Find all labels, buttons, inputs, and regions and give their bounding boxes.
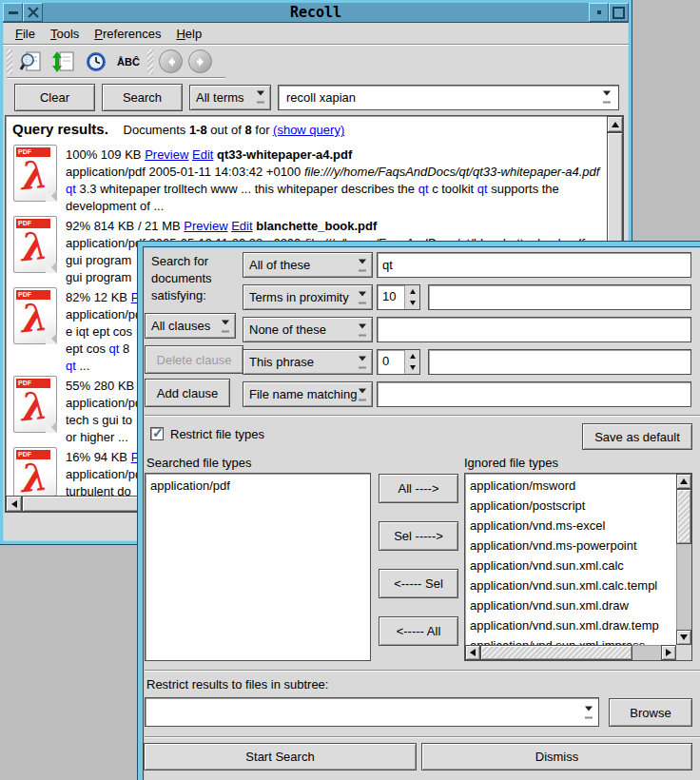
window-menu-icon bbox=[9, 11, 18, 14]
file-type-item[interactable]: application/vnd.sun.xml.calc bbox=[470, 556, 674, 575]
document-history-icon[interactable] bbox=[83, 49, 109, 74]
chevron-down-icon bbox=[219, 320, 232, 332]
text-segment: application/pdf bbox=[66, 307, 146, 322]
restrict-file-types-checkbox[interactable]: ✓ bbox=[150, 427, 164, 440]
add-clause-button[interactable]: Add clause bbox=[145, 379, 230, 407]
pdf-fold-corner bbox=[46, 190, 57, 202]
clause-type-combo[interactable]: File name matching bbox=[243, 381, 373, 407]
shade-button[interactable] bbox=[589, 3, 609, 22]
result-row: PDFλ100% 109 KB Preview Edit qt33-whitep… bbox=[10, 145, 606, 215]
chevron-triangle bbox=[359, 388, 366, 397]
clause-type-combo[interactable]: Terms in proximity bbox=[243, 284, 373, 310]
pdf-icon: PDFλ bbox=[13, 145, 57, 202]
menu-help[interactable]: Help bbox=[169, 25, 208, 43]
search-entry-combo[interactable] bbox=[278, 85, 619, 110]
vscroll-thumb[interactable] bbox=[676, 489, 691, 544]
pdf-fold-corner bbox=[46, 333, 57, 344]
ignored-types-label: Ignored file types bbox=[464, 455, 558, 472]
clause-value-input[interactable] bbox=[377, 252, 691, 278]
file-type-item[interactable]: application/pdf bbox=[150, 476, 370, 496]
proximity-spinner[interactable]: 0 bbox=[377, 349, 420, 375]
subtree-input[interactable] bbox=[149, 702, 575, 718]
term-explorer-icon[interactable]: ÅBĈ bbox=[115, 49, 142, 74]
browse-button[interactable]: Browse bbox=[609, 698, 692, 727]
file-type-item[interactable]: application/vnd.ms-powerpoint bbox=[470, 536, 674, 556]
menu-file[interactable]: File bbox=[9, 25, 42, 43]
toolbar-handle-2[interactable] bbox=[147, 49, 153, 74]
file-type-item[interactable]: application/postscript bbox=[470, 496, 674, 516]
forward-icon[interactable] bbox=[188, 49, 212, 73]
ignored-vscrollbar[interactable] bbox=[676, 474, 691, 645]
chevron-down-icon bbox=[356, 259, 369, 271]
advanced-search-icon[interactable] bbox=[18, 49, 45, 74]
toolbar-handle[interactable] bbox=[7, 49, 12, 74]
chevron-bar bbox=[359, 399, 366, 400]
spin-up-icon[interactable] bbox=[405, 285, 419, 298]
scroll-down-icon[interactable] bbox=[676, 630, 691, 645]
advanced-search-dialog: Search for documents satisfying: All of … bbox=[138, 242, 700, 780]
result-link[interactable]: Edit bbox=[231, 219, 252, 233]
clause-type-combo[interactable]: None of these bbox=[243, 317, 373, 342]
clause-value-input[interactable] bbox=[428, 349, 691, 375]
result-link[interactable]: Preview bbox=[184, 219, 227, 233]
searched-types-list[interactable]: application/pdf bbox=[145, 473, 371, 661]
scroll-left-icon[interactable] bbox=[6, 496, 22, 512]
search-input[interactable] bbox=[284, 89, 618, 106]
search-bar: Clear Search All terms bbox=[3, 81, 629, 113]
result-line: 100% 109 KB Preview Edit qt33-whitepaper… bbox=[66, 146, 599, 164]
move-all-left-button[interactable]: <----- All bbox=[379, 616, 458, 646]
dismiss-button[interactable]: Dismiss bbox=[421, 743, 692, 770]
spin-down-icon[interactable] bbox=[405, 362, 419, 375]
window-menu-button[interactable] bbox=[3, 3, 23, 22]
ignored-types-list[interactable]: application/mswordapplication/postscript… bbox=[464, 473, 692, 661]
pdf-fold-corner bbox=[46, 421, 57, 433]
scroll-right-icon[interactable] bbox=[661, 645, 676, 660]
clause-value-input[interactable] bbox=[428, 284, 691, 310]
clause-type-combo[interactable]: This phrase bbox=[243, 349, 373, 375]
menu-preferences[interactable]: Preferences bbox=[88, 25, 167, 43]
clause-conjunct-combo[interactable]: All clauses bbox=[145, 313, 236, 339]
scroll-up-icon[interactable] bbox=[676, 474, 691, 489]
close-button[interactable] bbox=[23, 3, 43, 22]
file-type-item[interactable]: application/vnd.sun.xml.draw bbox=[470, 595, 674, 615]
file-type-item[interactable]: application/vnd.ms-excel bbox=[470, 516, 674, 536]
scroll-left-icon[interactable] bbox=[465, 645, 480, 660]
start-search-button[interactable]: Start Search bbox=[144, 743, 417, 770]
pdf-glyph: λ bbox=[16, 454, 55, 496]
spin-up-icon[interactable] bbox=[405, 350, 419, 362]
clear-button[interactable]: Clear bbox=[14, 84, 95, 111]
chevron-bar bbox=[359, 269, 366, 271]
text-segment: 8 bbox=[244, 123, 251, 137]
result-link[interactable]: Edit bbox=[192, 147, 213, 162]
chevron-down-icon bbox=[356, 388, 369, 400]
text-segment: Documents bbox=[124, 123, 189, 137]
menu-tools[interactable]: Tools bbox=[44, 25, 86, 43]
clause-type-combo[interactable]: All of these bbox=[243, 252, 373, 278]
file-type-item[interactable]: application/msword bbox=[470, 476, 674, 496]
move-all-right-button[interactable]: All ----> bbox=[379, 474, 458, 503]
save-as-default-button[interactable]: Save as default bbox=[582, 423, 692, 450]
spinner-buttons bbox=[404, 350, 419, 374]
titlebar[interactable]: Recoll bbox=[3, 3, 629, 23]
result-link[interactable]: (show query) bbox=[273, 123, 344, 137]
scroll-up-icon[interactable] bbox=[607, 116, 623, 132]
ignored-hscrollbar[interactable] bbox=[465, 645, 676, 660]
proximity-spinner[interactable]: 10 bbox=[377, 284, 420, 310]
search-button[interactable]: Search bbox=[102, 84, 183, 111]
move-selected-left-button[interactable]: <----- Sel bbox=[379, 569, 458, 598]
back-icon[interactable] bbox=[159, 49, 183, 73]
spin-down-icon[interactable] bbox=[405, 298, 419, 310]
subtree-combo[interactable] bbox=[145, 697, 599, 727]
file-type-item[interactable]: application/vnd.sun.xml.draw.temp bbox=[470, 615, 674, 635]
clause-value-input[interactable] bbox=[377, 381, 691, 407]
sort-parameters-icon[interactable] bbox=[50, 49, 77, 74]
maximize-button[interactable] bbox=[609, 3, 629, 22]
result-link[interactable]: Preview bbox=[145, 147, 188, 162]
search-mode-combo[interactable]: All terms bbox=[189, 85, 271, 110]
move-selected-right-button[interactable]: Sel -----> bbox=[379, 521, 458, 551]
clause-value-input[interactable] bbox=[377, 317, 691, 342]
hscroll-thumb[interactable] bbox=[480, 645, 632, 660]
delete-clause-button[interactable]: Delete clause bbox=[145, 345, 243, 374]
pdf-icon: PDFλ bbox=[13, 216, 57, 273]
file-type-item[interactable]: application/vnd.sun.xml.calc.templ bbox=[470, 575, 674, 595]
